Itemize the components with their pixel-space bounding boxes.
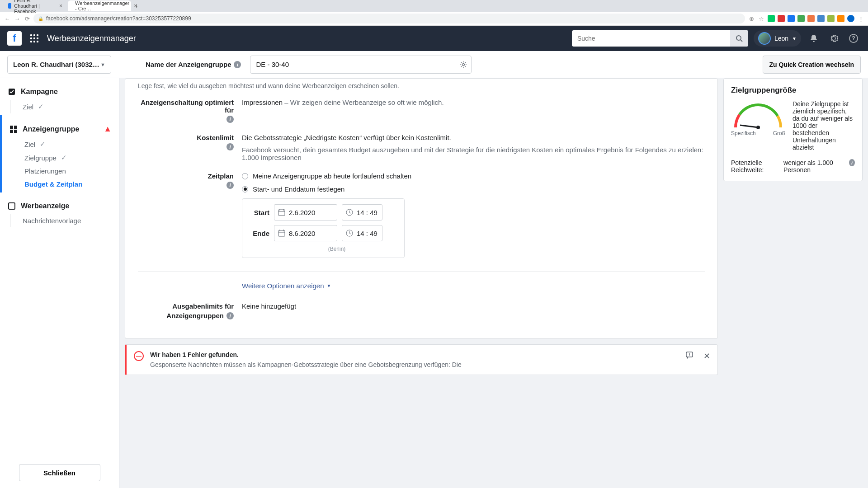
check-icon: ✓ (40, 140, 46, 148)
campaign-icon (7, 87, 16, 96)
optimization-value[interactable]: Impressionen (242, 99, 283, 106)
forward-icon[interactable]: → (14, 15, 21, 22)
svg-rect-6 (10, 126, 13, 129)
tab-title: Leon R. Chaudhari | Facebook (14, 0, 55, 14)
caret-down-icon: ▼ (327, 283, 331, 288)
sidebar-section-campaign: Kampagne Ziel ✓ (0, 78, 119, 115)
row-optimization: Anzeigenschaltung optimiert für i Impres… (125, 93, 717, 128)
reload-icon[interactable]: ⟳ (24, 15, 31, 22)
user-name: Leon (774, 35, 788, 42)
close-error-button[interactable]: ✕ (703, 351, 710, 361)
svg-point-4 (462, 63, 465, 66)
extension-icon[interactable] (837, 15, 844, 22)
extension-icon[interactable] (797, 15, 805, 22)
facebook-logo-icon[interactable]: f (7, 31, 22, 46)
info-icon[interactable]: i (226, 143, 234, 150)
sidebar-item-campaign-goal[interactable]: Ziel ✓ (7, 100, 112, 113)
close-icon[interactable]: × (59, 3, 62, 9)
error-description: Gesponserte Nachrichten müssen als Kampa… (150, 361, 675, 368)
workspace: Kampagne Ziel ✓ Anzeigengruppe ▲ Ziel ✓ … (0, 78, 868, 488)
sidebar-head-adset[interactable]: Anzeigengruppe ▲ (9, 121, 112, 137)
radio-icon (242, 186, 248, 192)
name-settings-button[interactable] (455, 56, 471, 73)
sidebar-item-message-template[interactable]: Nachrichtenvorlage (7, 214, 112, 227)
error-banner: — Wir haben 1 Fehler gefunden. Gesponser… (125, 344, 718, 375)
extension-icon[interactable] (768, 15, 775, 22)
radio-continuous[interactable]: Meine Anzeigengruppe ab heute fortlaufen… (242, 172, 705, 180)
aside-title: Zielgruppengröße (731, 86, 855, 95)
row-cost-limit: Kostenlimit i Die Gebotsstrategie „Niedr… (125, 128, 717, 167)
clock-icon (346, 230, 353, 237)
star-icon[interactable]: ☆ (758, 15, 765, 22)
end-time-input[interactable]: 14 : 49 (342, 225, 382, 241)
reach-row: Potenzielle Reichweite: weniger als 1.00… (731, 159, 855, 174)
quick-creation-button[interactable]: Zu Quick Creation wechseln (763, 56, 861, 74)
extension-icon[interactable] (807, 15, 815, 22)
new-tab-button[interactable]: + (132, 2, 141, 9)
lock-icon: 🔒 (38, 16, 43, 21)
start-time-input[interactable]: 14 : 49 (342, 204, 382, 221)
avatar-icon (758, 32, 771, 45)
extension-icon[interactable] (827, 15, 835, 22)
group-name-input[interactable] (250, 61, 455, 68)
secondary-bar: Leon R. Chaudhari (3032… ▼ Name der Anze… (0, 51, 868, 78)
aside: Zielgruppengröße Spezifisch Groß D (723, 78, 868, 488)
search-input[interactable] (572, 35, 730, 42)
ad-icon (7, 202, 16, 211)
start-date-input[interactable]: 2.6.2020 (274, 204, 337, 221)
more-options-toggle[interactable]: Weitere Optionen anzeigen ▼ (125, 280, 717, 291)
back-icon[interactable]: ← (4, 15, 11, 22)
profile-icon[interactable] (847, 15, 854, 22)
menu-icon[interactable]: ⋮ (857, 15, 864, 22)
info-icon[interactable]: i (226, 116, 234, 123)
zoom-icon[interactable]: ⊕ (748, 15, 755, 22)
adset-icon (9, 125, 18, 134)
info-icon[interactable]: i (849, 159, 855, 166)
notifications-icon[interactable] (809, 34, 818, 43)
extension-icon[interactable] (817, 15, 825, 22)
svg-rect-11 (278, 210, 285, 216)
audience-gauge: Spezifisch Groß (731, 100, 785, 151)
warning-icon: ▲ (104, 124, 112, 134)
user-menu[interactable]: Leon ▼ (754, 30, 801, 47)
chevron-down-icon: ▼ (100, 62, 105, 67)
svg-rect-7 (14, 126, 17, 129)
help-icon[interactable]: ? (849, 34, 858, 43)
info-icon[interactable]: i (226, 312, 234, 319)
sidebar-item-adset-goal[interactable]: Ziel ✓ (9, 137, 112, 151)
calendar-icon (278, 230, 285, 237)
row-schedule: Zeitplan i Meine Anzeigengruppe ab heute… (125, 167, 717, 263)
sidebar-item-placements[interactable]: Platzierungen (9, 164, 112, 178)
url-bar[interactable]: 🔒 facebook.com/adsmanager/creation?act=3… (33, 14, 745, 23)
extension-icon[interactable] (788, 15, 795, 22)
sidebar-head-campaign[interactable]: Kampagne (7, 84, 112, 100)
audience-message: Deine Zielgruppe ist ziemlich spezifisch… (793, 100, 855, 151)
browser-tab[interactable]: Leon R. Chaudhari | Facebook × (4, 0, 67, 11)
svg-line-1 (741, 40, 742, 42)
radio-start-end[interactable]: Start- und Enddatum festlegen (242, 185, 705, 193)
end-date-input[interactable]: 8.6.2020 (274, 225, 337, 241)
sidebar-item-audience[interactable]: Zielgruppe ✓ (9, 151, 112, 164)
search-button[interactable] (730, 30, 748, 47)
close-button[interactable]: Schließen (19, 464, 100, 481)
browser-tab[interactable]: Werbeanzeigenmanager - Cre… × (68, 0, 131, 11)
apps-grid-icon[interactable] (27, 31, 42, 46)
svg-point-23 (689, 355, 690, 356)
group-name-field-wrap (250, 56, 472, 74)
account-dropdown[interactable]: Leon R. Chaudhari (3032… ▼ (7, 56, 111, 74)
svg-rect-16 (278, 230, 285, 236)
app-title: Werbeanzeigenmanager (47, 34, 136, 43)
sidebar-item-budget-schedule[interactable]: Budget & Zeitplan (9, 178, 112, 191)
svg-rect-9 (14, 130, 17, 133)
error-icon: — (134, 351, 144, 361)
sidebar-head-ad[interactable]: Werbeanzeige (7, 198, 112, 214)
extension-icon[interactable] (778, 15, 785, 22)
feedback-icon[interactable] (685, 351, 693, 359)
info-icon[interactable]: i (234, 61, 241, 68)
divider (138, 272, 705, 272)
check-icon: ✓ (61, 154, 67, 162)
info-icon[interactable]: i (226, 182, 234, 189)
calendar-icon (278, 209, 285, 216)
error-title: Wir haben 1 Fehler gefunden. (150, 351, 675, 358)
settings-gear-icon[interactable] (829, 34, 838, 43)
